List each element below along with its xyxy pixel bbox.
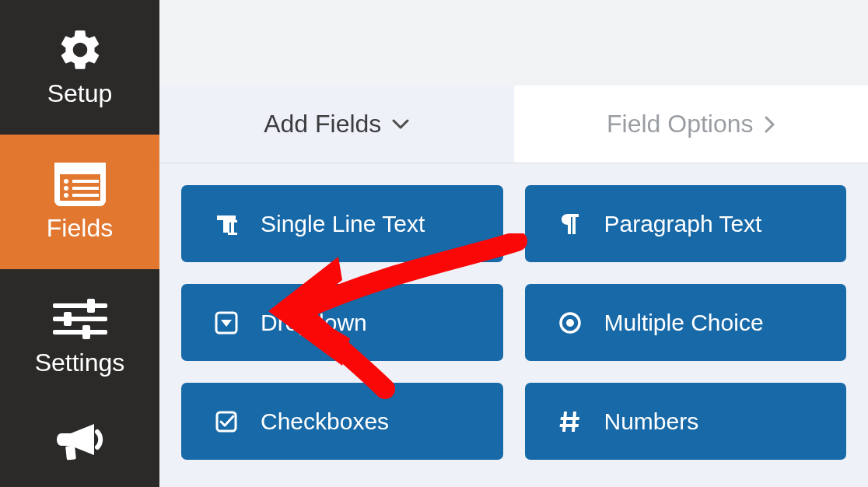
chevron-down-icon <box>392 119 409 130</box>
sidebar: Setup Fields Settings <box>0 0 159 487</box>
sidebar-item-label: Setup <box>47 79 113 108</box>
field-label: Checkboxes <box>261 408 389 435</box>
svg-rect-14 <box>53 303 107 308</box>
sliders-icon <box>53 296 107 342</box>
top-bar <box>159 0 868 86</box>
sidebar-item-label: Fields <box>47 214 113 243</box>
svg-rect-19 <box>82 325 90 339</box>
chevron-right-icon <box>765 116 775 133</box>
sidebar-item-label: Settings <box>35 349 125 377</box>
field-label: Paragraph Text <box>604 211 762 237</box>
sidebar-item-marketing[interactable] <box>0 404 159 487</box>
field-multiple-choice[interactable]: Multiple Choice <box>525 284 847 361</box>
svg-rect-22 <box>228 220 237 222</box>
field-label: Single Line Text <box>261 211 425 237</box>
list-icon <box>54 161 106 208</box>
app-root: Setup Fields Settings <box>0 0 868 487</box>
caret-square-down-icon <box>212 311 240 335</box>
field-label: Dropdown <box>261 310 367 336</box>
svg-point-7 <box>64 179 68 184</box>
main-panel: Add Fields Field Options Single Line Tex <box>159 0 868 487</box>
svg-rect-12 <box>72 194 99 197</box>
tab-add-fields[interactable]: Add Fields <box>159 86 514 163</box>
svg-rect-15 <box>53 317 107 321</box>
hashtag-icon <box>556 410 584 433</box>
svg-rect-6 <box>54 163 106 173</box>
megaphone-icon <box>55 419 105 466</box>
svg-marker-25 <box>221 320 232 327</box>
text-cursor-icon <box>212 212 240 236</box>
svg-rect-11 <box>72 187 99 190</box>
tab-field-options[interactable]: Field Options <box>514 86 869 163</box>
svg-point-9 <box>64 193 68 198</box>
svg-point-8 <box>64 186 68 191</box>
svg-rect-16 <box>53 330 107 335</box>
svg-rect-23 <box>228 233 237 235</box>
tab-label: Field Options <box>607 110 754 138</box>
svg-rect-10 <box>72 180 99 183</box>
field-paragraph-text[interactable]: Paragraph Text <box>525 185 847 262</box>
panel-tabs: Add Fields Field Options <box>159 86 868 163</box>
paragraph-icon <box>556 212 584 236</box>
radio-icon <box>556 311 584 335</box>
sidebar-item-setup[interactable]: Setup <box>0 0 159 135</box>
svg-rect-18 <box>64 312 72 326</box>
sidebar-item-fields[interactable]: Fields <box>0 135 159 269</box>
check-square-icon <box>212 410 240 433</box>
field-numbers[interactable]: Numbers <box>525 383 847 460</box>
svg-rect-20 <box>65 445 76 460</box>
field-single-line-text[interactable]: Single Line Text <box>181 185 503 262</box>
svg-rect-21 <box>231 222 234 234</box>
sidebar-item-settings[interactable]: Settings <box>0 269 159 404</box>
svg-rect-17 <box>87 299 95 313</box>
svg-point-27 <box>566 319 574 327</box>
field-label: Numbers <box>604 408 699 435</box>
field-dropdown[interactable]: Dropdown <box>181 284 503 361</box>
field-label: Multiple Choice <box>604 310 764 336</box>
gear-icon <box>56 26 104 73</box>
field-checkboxes[interactable]: Checkboxes <box>181 383 503 460</box>
tab-label: Add Fields <box>264 110 381 138</box>
fields-panel: Single Line Text Paragraph Text Dropdown <box>159 163 868 487</box>
fields-grid: Single Line Text Paragraph Text Dropdown <box>181 185 846 460</box>
